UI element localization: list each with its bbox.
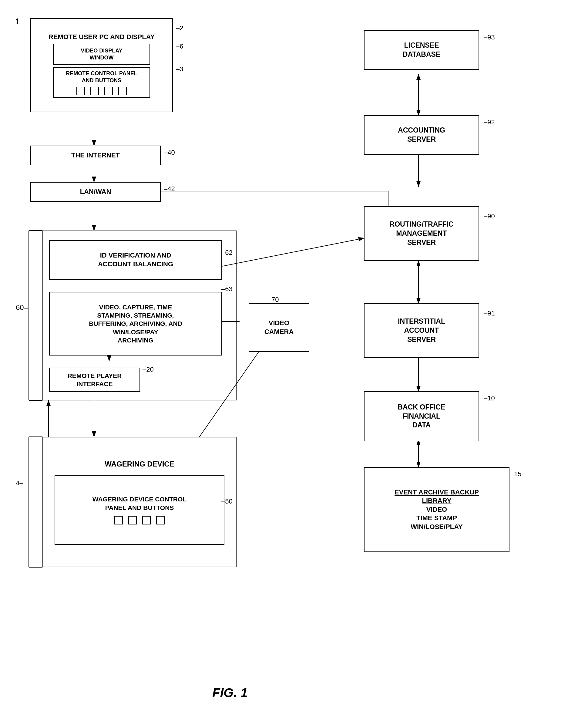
ref-60: 60– (16, 303, 28, 312)
video-capture-label: VIDEO, CAPTURE, TIMESTAMPING, STREAMING,… (89, 303, 182, 344)
event-archive-library: LIBRARY (422, 497, 452, 505)
remote-user-pc-box: REMOTE USER PC AND DISPLAY VIDEO DISPLAY… (30, 18, 173, 112)
ref-93: –93 (484, 33, 495, 41)
interstitial-server-label: INTERSTITIALACCOUNTSERVER (398, 317, 445, 344)
checkbox-5 (114, 516, 123, 524)
ref-62: –62 (221, 249, 233, 257)
diagram: 1 REMOTE USER PC AND DISPLAY VIDEO DISPL… (0, 0, 568, 728)
internet-box: THE INTERNET (30, 146, 161, 165)
ref-63: –63 (221, 285, 233, 293)
checkbox-8 (156, 516, 165, 524)
ref-6: –6 (176, 42, 183, 50)
checkbox-2 (90, 87, 99, 95)
ref-40: –40 (164, 149, 175, 157)
wagering-device-label: WAGERING DEVICE (105, 459, 174, 469)
back-office-box: BACK OFFICEFINANCIALDATA (364, 391, 479, 441)
ref-1: 1 (15, 17, 20, 26)
remote-user-pc-label: REMOTE USER PC AND DISPLAY (49, 33, 155, 42)
ref-10: –10 (484, 394, 495, 402)
video-display-box: VIDEO DISPLAYWINDOW (53, 44, 150, 65)
video-camera-label: VIDEOCAMERA (264, 319, 294, 336)
checkbox-3 (104, 87, 113, 95)
remote-player-label: REMOTE PLAYERINTERFACE (68, 372, 122, 388)
wagering-control-label: WAGERING DEVICE CONTROLPANEL AND BUTTONS (92, 495, 187, 512)
video-camera-box: VIDEOCAMERA (249, 303, 309, 352)
accounting-server-box: ACCOUNTINGSERVER (364, 115, 479, 155)
ref-91: –91 (484, 309, 495, 317)
wagering-device-box: WAGERING DEVICE WAGERING DEVICE CONTROLP… (42, 437, 237, 567)
checkbox-row-2 (114, 516, 165, 524)
event-archive-label: EVENT ARCHIVE BACKUP (395, 488, 479, 497)
ref-3: –3 (176, 65, 183, 73)
id-verification-box: ID VERIFICATION ANDACCOUNT BALANCING (49, 240, 222, 280)
ref-2: –2 (176, 24, 183, 32)
ref-70: 70 (271, 296, 279, 304)
remote-player-box: REMOTE PLAYERINTERFACE (49, 368, 140, 392)
video-capture-box: VIDEO, CAPTURE, TIMESTAMPING, STREAMING,… (49, 292, 222, 356)
checkbox-1 (76, 87, 85, 95)
lan-wan-box: LAN/WAN (30, 182, 161, 202)
routing-server-label: ROUTING/TRAFFICMANAGEMENTSERVER (390, 220, 454, 247)
ref-4: 4– (16, 479, 23, 487)
id-verification-label: ID VERIFICATION ANDACCOUNT BALANCING (98, 251, 173, 268)
event-archive-timestamp: TIME STAMP (416, 514, 457, 523)
accounting-server-label: ACCOUNTINGSERVER (398, 126, 445, 144)
checkbox-4 (118, 87, 127, 95)
checkbox-row-1 (76, 87, 127, 95)
lan-wan-label: LAN/WAN (80, 187, 111, 196)
fig-label: FIG. 1 (212, 686, 248, 700)
ref-42: –42 (164, 185, 175, 193)
event-archive-box: EVENT ARCHIVE BACKUP LIBRARY VIDEO TIME … (364, 467, 509, 552)
licensee-db-box: LICENSEEDATABASE (364, 30, 479, 70)
checkbox-7 (142, 516, 151, 524)
internet-label: THE INTERNET (71, 151, 120, 160)
ref-90: –90 (484, 212, 495, 220)
checkbox-6 (128, 516, 137, 524)
event-archive-video: VIDEO (426, 505, 447, 514)
ref-50: –50 (221, 497, 233, 505)
ref-15: 15 (514, 470, 521, 478)
event-archive-win: WIN/LOSE/PLAY (411, 523, 463, 531)
wagering-control-box: WAGERING DEVICE CONTROLPANEL AND BUTTONS (55, 475, 224, 545)
remote-control-label: REMOTE CONTROL PANELAND BUTTONS (66, 70, 137, 84)
licensee-db-label: LICENSEEDATABASE (403, 41, 440, 59)
ref-92: –92 (484, 118, 495, 126)
server-container-box: ID VERIFICATION ANDACCOUNT BALANCING VID… (42, 231, 237, 400)
video-display-label: VIDEO DISPLAYWINDOW (81, 47, 122, 62)
ref-20: –20 (143, 366, 154, 373)
remote-control-box: REMOTE CONTROL PANELAND BUTTONS (53, 67, 150, 98)
routing-server-box: ROUTING/TRAFFICMANAGEMENTSERVER (364, 206, 479, 261)
interstitial-server-box: INTERSTITIALACCOUNTSERVER (364, 303, 479, 358)
back-office-label: BACK OFFICEFINANCIALDATA (398, 403, 445, 430)
